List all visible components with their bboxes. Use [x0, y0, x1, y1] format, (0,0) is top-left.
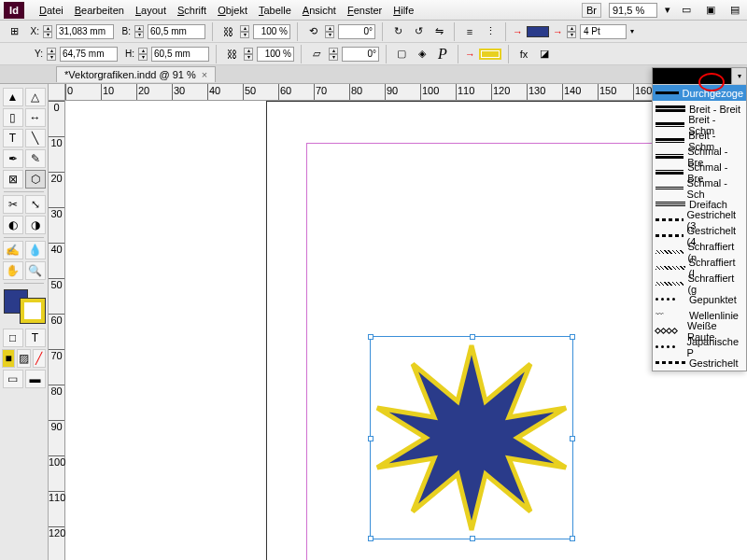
rot-spinner[interactable]: ▴▾	[325, 25, 334, 38]
sy-spinner[interactable]: ▴▾	[244, 48, 253, 61]
ruler-origin[interactable]	[49, 84, 65, 101]
x-spinner[interactable]: ▴▾	[43, 25, 52, 38]
menubar-right: Br 91,5 % ▾ ▭ ▣ ▤	[582, 2, 743, 19]
rotate-input[interactable]	[338, 24, 375, 39]
screen-mode-icon[interactable]: ▣	[702, 2, 719, 19]
link-scale-icon[interactable]: ⛓	[223, 46, 240, 63]
rotate-icon[interactable]: ⟲	[304, 23, 321, 40]
stroke-type-panel: ▾ DurchgezogeBreit - BreitBreit - SchmBr…	[652, 67, 747, 371]
selection-tool[interactable]: ▲	[3, 88, 23, 106]
menu-bearbeiten[interactable]: Bearbeiten	[69, 3, 130, 18]
h-spinner[interactable]: ▴▾	[138, 48, 148, 61]
menu-objekt[interactable]: Objekt	[212, 3, 253, 18]
stroke-weight-input[interactable]	[580, 24, 627, 39]
stroke-type-dropdown[interactable]: ▾	[653, 68, 746, 85]
align-icon[interactable]: ≡	[461, 23, 478, 40]
polygon-tool[interactable]: ⬡	[25, 170, 46, 189]
canvas[interactable]: 0102030405060708090100110120130140150160…	[49, 84, 747, 560]
stroke-type-item[interactable]: Gepunktet	[653, 291, 746, 307]
stroke-spinner[interactable]: ▴▾	[567, 25, 576, 38]
x-input[interactable]	[56, 24, 114, 39]
ruler-horizontal[interactable]: 0102030405060708090100110120130140150160…	[65, 84, 747, 101]
arrow-annotation-2: →	[553, 26, 563, 37]
shear-spinner[interactable]: ▴▾	[329, 48, 338, 61]
menu-datei[interactable]: Datei	[34, 3, 69, 18]
menu-hilfe[interactable]: Hilfe	[388, 3, 419, 18]
gap-tool[interactable]: ↔	[25, 108, 46, 127]
zoom-level[interactable]: 91,5 %	[609, 3, 657, 18]
pathfinder-icon[interactable]: ◪	[536, 46, 553, 63]
shear-icon[interactable]: ▱	[308, 46, 325, 63]
bridge-button[interactable]: Br	[582, 3, 601, 18]
effects-icon[interactable]: fx	[515, 46, 532, 63]
w-spinner[interactable]: ▴▾	[134, 25, 144, 38]
view-mode-preview-icon[interactable]: ▬	[25, 370, 46, 388]
stroke-type-item[interactable]: Durchgezoge	[653, 85, 746, 101]
select-container-icon[interactable]: ▢	[393, 46, 410, 63]
stroke-type-label: Gepunktet	[689, 294, 737, 305]
stroke-swatch[interactable]	[479, 49, 501, 60]
hand-tool[interactable]: ✋	[3, 261, 23, 280]
stroke-type-item[interactable]: Schmal - Sch	[653, 180, 746, 196]
format-text-icon[interactable]: T	[25, 329, 46, 347]
free-transform-tool[interactable]: ⤡	[25, 195, 46, 214]
rectangle-frame-tool[interactable]: ⊠	[3, 170, 23, 189]
y-spinner[interactable]: ▴▾	[47, 48, 56, 61]
scaley-input[interactable]	[257, 47, 294, 62]
fill-stroke-proxy[interactable]	[4, 289, 45, 323]
stroke-type-item[interactable]: Japanische P	[653, 339, 746, 355]
h-input[interactable]	[151, 47, 209, 62]
zoom-tool[interactable]: 🔍	[25, 261, 46, 280]
apply-color-icon[interactable]: ■	[2, 349, 15, 368]
ruler-vertical[interactable]: 0102030405060708090100110120130140	[49, 101, 65, 560]
gradient-feather-tool[interactable]: ◑	[25, 216, 46, 234]
w-input[interactable]	[148, 24, 205, 39]
page-tool[interactable]: ▯	[3, 108, 23, 127]
pasteboard[interactable]	[65, 101, 747, 560]
sx-spinner[interactable]: ▴▾	[240, 25, 249, 38]
stroke-weight-dropdown-icon[interactable]: ▾	[630, 27, 634, 35]
select-content-icon[interactable]: ◈	[414, 46, 430, 63]
shear-input[interactable]	[342, 47, 379, 62]
note-tool[interactable]: ✍	[3, 241, 23, 259]
close-icon[interactable]: ×	[202, 69, 207, 80]
document-tab[interactable]: *Vektorgrafiken.indd @ 91 % ×	[56, 66, 216, 82]
chevron-down-icon[interactable]: ▾	[731, 68, 746, 84]
menu-layout[interactable]: Layout	[130, 3, 172, 18]
flip-h-icon[interactable]: ⇋	[430, 23, 447, 40]
menu-fenster[interactable]: Fenster	[342, 3, 388, 18]
apply-gradient-icon[interactable]: ▨	[17, 349, 30, 368]
menu-tabelle[interactable]: Tabelle	[253, 3, 297, 18]
stroke-proxy[interactable]	[21, 299, 45, 323]
reference-point-icon[interactable]: ⊞	[6, 23, 22, 40]
scalex-input[interactable]	[253, 24, 290, 39]
link-wh-icon[interactable]: ⛓	[219, 23, 236, 40]
distribute-icon[interactable]: ⋮	[482, 23, 499, 40]
zoom-dropdown-icon[interactable]: ▾	[665, 4, 670, 16]
fill-swatch[interactable]	[527, 26, 549, 37]
format-container-icon[interactable]: □	[3, 329, 23, 347]
arrange-icon[interactable]: ▤	[726, 2, 743, 19]
gradient-swatch-tool[interactable]: ◐	[3, 216, 23, 234]
menu-ansicht[interactable]: Ansicht	[297, 3, 342, 18]
paragraph-icon[interactable]: P	[434, 46, 451, 63]
menu-schrift[interactable]: Schrift	[172, 3, 212, 18]
apply-none-icon[interactable]: ╱	[33, 349, 46, 368]
x-label: X:	[26, 26, 39, 36]
line-tool[interactable]: ╲	[25, 129, 46, 147]
pencil-tool[interactable]: ✎	[25, 149, 46, 168]
eyedropper-tool[interactable]: 💧	[25, 241, 46, 259]
stroke-type-item[interactable]: Gestrichelt	[653, 355, 746, 371]
rotate-cw-icon[interactable]: ↻	[389, 23, 406, 40]
y-input[interactable]	[60, 47, 118, 62]
stroke-type-label: Durchgezoge	[683, 88, 743, 99]
direct-selection-tool[interactable]: △	[25, 88, 46, 106]
view-mode-normal-icon[interactable]: ▭	[3, 370, 23, 388]
type-tool[interactable]: T	[3, 129, 23, 147]
rotate-ccw-icon[interactable]: ↺	[410, 23, 427, 40]
view-mode-icon[interactable]: ▭	[678, 2, 695, 19]
control-bar-2: Y: ▴▾ H: ▴▾ ⛓ ▴▾ ▱ ▴▾ ▢ ◈ P → fx ◪	[0, 43, 747, 65]
scissors-tool[interactable]: ✂	[3, 195, 23, 214]
pen-tool[interactable]: ✒	[3, 149, 23, 168]
stroke-type-item[interactable]: Schraffiert (g	[653, 275, 746, 291]
